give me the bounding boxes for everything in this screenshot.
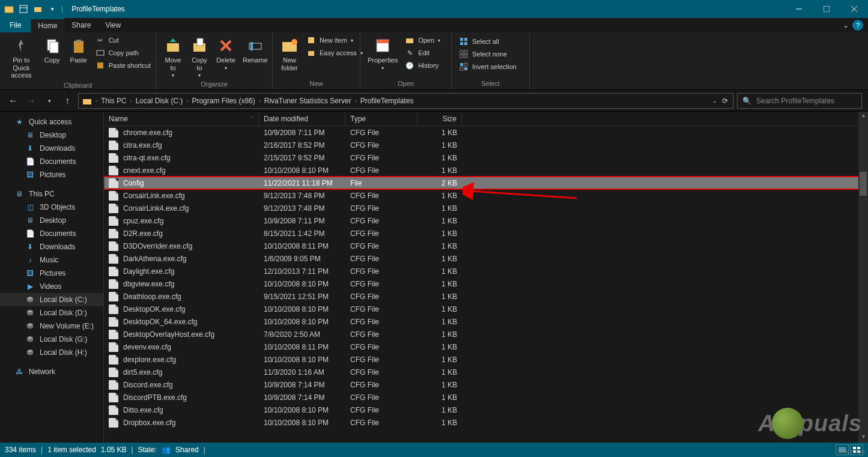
scroll-down-icon[interactable]: ▾ (858, 433, 868, 443)
tree-pc-videos[interactable]: ▶Videos (0, 280, 103, 293)
minimize-button[interactable] (785, 0, 813, 18)
col-size[interactable]: Size (417, 112, 462, 126)
file-row[interactable]: Config11/22/2021 11:18 PMFile2 KB (104, 177, 868, 189)
tree-desktop[interactable]: 🖥Desktop (0, 129, 103, 142)
tree-disk-h[interactable]: ⛃Local Disk (H:) (0, 346, 103, 359)
moveto-button[interactable]: Move to▾ (160, 35, 186, 79)
search-input[interactable]: 🔍 Search ProfileTemplates (737, 93, 862, 109)
delete-button[interactable]: Delete▾ (213, 35, 239, 72)
close-button[interactable] (840, 0, 868, 18)
file-row[interactable]: cpuz.exe.cfg10/9/2008 7:11 PMCFG File1 K… (104, 214, 868, 227)
tree-3dobjects[interactable]: ◫3D Objects (0, 201, 103, 214)
file-row[interactable]: D2R.exe.cfg8/15/2021 1:42 PMCFG File1 KB (104, 227, 868, 240)
home-tab[interactable]: Home (31, 18, 64, 32)
file-size: 1 KB (417, 204, 462, 213)
invertselection-button[interactable]: Invert selection (458, 61, 518, 72)
selectall-button[interactable]: Select all (458, 36, 518, 47)
tree-quickaccess[interactable]: ★Quick access (0, 115, 103, 129)
file-row[interactable]: Deathloop.exe.cfg9/15/2021 12:51 PMCFG F… (104, 290, 868, 303)
paste-button[interactable]: Paste (65, 35, 92, 65)
recent-button[interactable]: ▾ (42, 94, 56, 108)
copypath-button[interactable]: Copy path (94, 47, 152, 58)
tree-disk-g[interactable]: ⛃Local Disk (G:) (0, 333, 103, 346)
file-row[interactable]: Ditto.exe.cfg10/10/2008 8:10 PMCFG File1… (104, 404, 868, 416)
file-name: DesktopOK.exe.cfg (123, 305, 185, 313)
pasteshortcut-button[interactable]: Paste shortcut (94, 60, 152, 71)
tree-network[interactable]: 🖧Network (0, 365, 103, 378)
col-date[interactable]: Date modified (259, 112, 345, 126)
file-row[interactable]: CorsairLink4.exe.cfg9/12/2013 7:48 PMCFG… (104, 202, 868, 214)
svg-rect-38 (460, 67, 463, 70)
tree-pc-pictures[interactable]: 🖼Pictures (0, 267, 103, 280)
qat-properties-icon[interactable] (18, 4, 29, 14)
file-row[interactable]: devenv.exe.cfg10/10/2008 8:11 PMCFG File… (104, 340, 868, 353)
tree-pc-music[interactable]: ♪Music (0, 253, 103, 267)
file-row[interactable]: cnext.exe.cfg10/10/2008 8:10 PMCFG File1… (104, 164, 868, 177)
nav-tree[interactable]: ★Quick access 🖥Desktop ⬇Downloads 📄Docum… (0, 112, 103, 443)
qat-newfolder-icon[interactable] (32, 4, 43, 14)
file-row[interactable]: dexplore.exe.cfg10/10/2008 8:10 PMCFG Fi… (104, 353, 868, 366)
file-rows[interactable]: chrome.exe.cfg10/9/2008 7:11 PMCFG File1… (104, 126, 868, 443)
tree-downloads[interactable]: ⬇Downloads (0, 142, 103, 155)
help-icon[interactable]: ? (852, 20, 863, 31)
easyaccess-button[interactable]: Easy access ▾ (305, 47, 364, 58)
address-dropdown-icon[interactable]: ⌄ (712, 98, 717, 104)
col-type[interactable]: Type (345, 112, 417, 126)
open-button[interactable]: Open ▾ (404, 35, 442, 46)
tree-pc-documents[interactable]: 📄Documents (0, 227, 103, 240)
file-row[interactable]: DesktopOverlayHost.exe.cfg7/8/2020 2:50 … (104, 328, 868, 340)
history-button[interactable]: 🕐History (404, 60, 442, 71)
share-tab[interactable]: Share (64, 18, 98, 32)
file-row[interactable]: DiscordPTB.exe.cfg10/9/2008 7:14 PMCFG F… (104, 391, 868, 404)
file-row[interactable]: citra.exe.cfg2/16/2017 8:52 PMCFG File1 … (104, 139, 868, 151)
up-button[interactable]: ↑ (60, 94, 74, 108)
file-row[interactable]: citra-qt.exe.cfg2/15/2017 9:52 PMCFG Fil… (104, 151, 868, 164)
file-date: 10/10/2008 8:10 PM (259, 419, 345, 427)
file-row[interactable]: Dropbox.exe.cfg10/10/2008 8:10 PMCFG Fil… (104, 416, 868, 429)
file-row[interactable]: DesktopOK.exe.cfg10/10/2008 8:10 PMCFG F… (104, 303, 868, 315)
tree-documents[interactable]: 📄Documents (0, 155, 103, 168)
file-row[interactable]: dbgview.exe.cfg10/10/2008 8:10 PMCFG Fil… (104, 277, 868, 290)
pin-quickaccess-button[interactable]: Pin to Quick access (4, 35, 39, 80)
scroll-up-icon[interactable]: ▴ (858, 112, 868, 121)
tree-disk-e[interactable]: ⛃New Volume (E:) (0, 319, 103, 333)
address-bar[interactable]: › This PC› Local Disk (C:)› Program File… (78, 93, 733, 109)
qat-dropdown-icon[interactable]: ▾ (47, 4, 58, 14)
file-tab[interactable]: File (0, 18, 31, 32)
newfolder-button[interactable]: New folder (276, 35, 303, 73)
newitem-button[interactable]: New item ▾ (305, 35, 364, 46)
svg-rect-1 (20, 5, 27, 13)
tree-pc-downloads[interactable]: ⬇Downloads (0, 240, 103, 253)
copy-button[interactable]: Copy (39, 35, 65, 65)
view-tab[interactable]: View (98, 18, 128, 32)
column-headers[interactable]: Name˄ Date modified Type Size (104, 112, 868, 126)
tree-disk-d[interactable]: ⛃Local Disk (D:) (0, 306, 103, 319)
refresh-icon[interactable]: ⟳ (722, 97, 728, 105)
maximize-button[interactable] (813, 0, 840, 18)
cut-button[interactable]: ✂Cut (94, 35, 152, 46)
file-row[interactable]: D3DOverrider.exe.cfg10/10/2008 8:11 PMCF… (104, 240, 868, 252)
tree-thispc[interactable]: 🖥This PC (0, 187, 103, 201)
forward-button[interactable]: → (24, 94, 38, 108)
col-name[interactable]: Name˄ (104, 112, 259, 126)
file-row[interactable]: Discord.exe.cfg10/9/2008 7:14 PMCFG File… (104, 378, 868, 391)
tree-pictures[interactable]: 🖼Pictures (0, 168, 103, 181)
file-row[interactable]: dirt5.exe.cfg11/3/2020 1:16 AMCFG File1 … (104, 366, 868, 378)
file-row[interactable]: DesktopOK_64.exe.cfg10/10/2008 8:10 PMCF… (104, 315, 868, 328)
tree-disk-c[interactable]: ⛃Local Disk (C:) (0, 293, 103, 306)
properties-button[interactable]: Properties▾ (364, 35, 401, 72)
file-row[interactable]: chrome.exe.cfg10/9/2008 7:11 PMCFG File1… (104, 126, 868, 139)
selectnone-button[interactable]: Select none (458, 49, 518, 59)
file-row[interactable]: CorsairLink.exe.cfg9/12/2013 7:48 PMCFG … (104, 189, 868, 202)
ribbon-collapse-icon[interactable]: ⌄ (839, 18, 852, 32)
copyto-button[interactable]: Copy to▾ (186, 35, 213, 79)
file-row[interactable]: Daylight.exe.cfg12/10/2013 7:11 PMCFG Fi… (104, 265, 868, 277)
edit-button[interactable]: ✎Edit (404, 47, 442, 58)
file-row[interactable]: DarkAthena.exe.cfg1/6/2009 9:05 PMCFG Fi… (104, 252, 868, 265)
rename-button[interactable]: Rename (239, 35, 272, 65)
vertical-scrollbar[interactable]: ▴ ▾ (858, 112, 868, 443)
scrollbar-thumb[interactable] (860, 172, 867, 196)
tree-pc-desktop[interactable]: 🖥Desktop (0, 214, 103, 227)
file-size: 1 KB (417, 305, 462, 313)
back-button[interactable]: ← (6, 94, 20, 108)
